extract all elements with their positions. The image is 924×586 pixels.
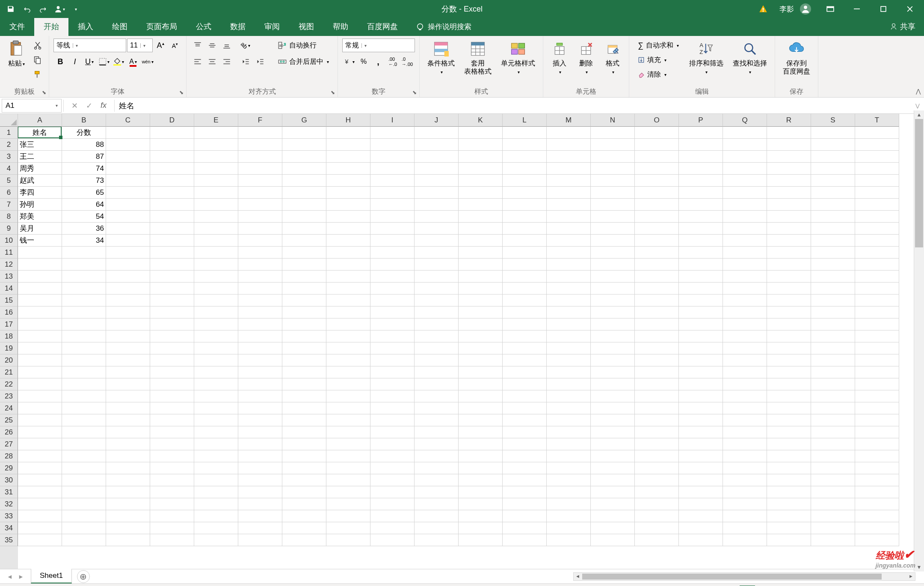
cell-O35[interactable] (635, 534, 679, 546)
cell-N15[interactable] (591, 294, 635, 306)
vertical-scrollbar[interactable]: ▲ ▼ (914, 110, 924, 571)
row-header-11[interactable]: 11 (0, 247, 18, 259)
cell-S4[interactable] (811, 163, 855, 175)
cell-E23[interactable] (194, 390, 238, 402)
sort-filter-button[interactable]: AZ 排序和筛选▾ (686, 39, 727, 77)
cell-T12[interactable] (855, 259, 899, 271)
column-header-K[interactable]: K (459, 114, 503, 127)
cell-J20[interactable] (415, 354, 459, 366)
cell-P9[interactable] (679, 223, 723, 235)
cell-G5[interactable] (282, 175, 326, 187)
cell-C31[interactable] (106, 486, 150, 498)
cell-R29[interactable] (767, 462, 811, 474)
cell-E33[interactable] (194, 510, 238, 522)
cell-G14[interactable] (282, 283, 326, 294)
cell-T17[interactable] (855, 318, 899, 330)
cell-G30[interactable] (282, 474, 326, 486)
cell-D2[interactable] (150, 139, 194, 151)
add-sheet-button[interactable]: ⊕ (77, 570, 90, 583)
cell-T26[interactable] (855, 426, 899, 438)
cell-Q25[interactable] (723, 414, 767, 426)
cell-H18[interactable] (326, 330, 370, 342)
cell-L22[interactable] (503, 378, 547, 390)
column-header-M[interactable]: M (547, 114, 591, 127)
cell-R2[interactable] (767, 139, 811, 151)
cell-F1[interactable] (238, 127, 282, 139)
cell-B25[interactable] (62, 414, 106, 426)
cell-C8[interactable] (106, 211, 150, 223)
cell-L7[interactable] (503, 199, 547, 211)
cell-H29[interactable] (326, 462, 370, 474)
cell-J34[interactable] (415, 522, 459, 534)
cell-I17[interactable] (370, 318, 415, 330)
cell-B21[interactable] (62, 366, 106, 378)
cell-C29[interactable] (106, 462, 150, 474)
cell-N20[interactable] (591, 354, 635, 366)
cell-R1[interactable] (767, 127, 811, 139)
cell-I21[interactable] (370, 366, 415, 378)
cell-C21[interactable] (106, 366, 150, 378)
cell-N1[interactable] (591, 127, 635, 139)
cell-O29[interactable] (635, 462, 679, 474)
cell-I9[interactable] (370, 223, 415, 235)
cell-I1[interactable] (370, 127, 415, 139)
cell-D34[interactable] (150, 522, 194, 534)
cell-G28[interactable] (282, 450, 326, 462)
cell-K1[interactable] (459, 127, 503, 139)
cell-M17[interactable] (547, 318, 591, 330)
cell-O27[interactable] (635, 438, 679, 450)
cell-Q34[interactable] (723, 522, 767, 534)
cell-T2[interactable] (855, 139, 899, 151)
cell-C1[interactable] (106, 127, 150, 139)
save-baidu-button[interactable]: 保存到 百度网盘 (779, 39, 814, 77)
cell-B8[interactable]: 54 (62, 211, 106, 223)
find-select-button[interactable]: 查找和选择▾ (729, 39, 770, 77)
cell-J17[interactable] (415, 318, 459, 330)
cell-R31[interactable] (767, 486, 811, 498)
cell-I25[interactable] (370, 414, 415, 426)
column-header-N[interactable]: N (591, 114, 635, 127)
cell-D1[interactable] (150, 127, 194, 139)
cell-R10[interactable] (767, 235, 811, 247)
increase-decimal-icon[interactable]: .00←.0 (386, 55, 400, 68)
cell-A9[interactable]: 吴月 (18, 223, 62, 235)
cell-C12[interactable] (106, 259, 150, 271)
cell-L29[interactable] (503, 462, 547, 474)
cell-C4[interactable] (106, 163, 150, 175)
cell-H16[interactable] (326, 306, 370, 318)
cell-D32[interactable] (150, 498, 194, 510)
row-header-25[interactable]: 25 (0, 414, 18, 426)
cell-H35[interactable] (326, 534, 370, 546)
cell-A17[interactable] (18, 318, 62, 330)
cell-O25[interactable] (635, 414, 679, 426)
cell-L13[interactable] (503, 271, 547, 283)
cell-L24[interactable] (503, 402, 547, 414)
column-header-C[interactable]: C (106, 114, 150, 127)
cell-E15[interactable] (194, 294, 238, 306)
cell-E29[interactable] (194, 462, 238, 474)
cell-F30[interactable] (238, 474, 282, 486)
cell-T27[interactable] (855, 438, 899, 450)
align-middle-icon[interactable] (205, 39, 219, 52)
cell-G17[interactable] (282, 318, 326, 330)
cell-O10[interactable] (635, 235, 679, 247)
maximize-icon[interactable] (871, 0, 896, 18)
cell-O21[interactable] (635, 366, 679, 378)
cell-K25[interactable] (459, 414, 503, 426)
cell-L27[interactable] (503, 438, 547, 450)
cell-G3[interactable] (282, 151, 326, 163)
cell-A20[interactable] (18, 354, 62, 366)
cell-G15[interactable] (282, 294, 326, 306)
cell-O4[interactable] (635, 163, 679, 175)
cell-J5[interactable] (415, 175, 459, 187)
cell-L20[interactable] (503, 354, 547, 366)
cell-M22[interactable] (547, 378, 591, 390)
cell-E11[interactable] (194, 247, 238, 259)
row-header-22[interactable]: 22 (0, 378, 18, 390)
cell-G24[interactable] (282, 402, 326, 414)
cell-R6[interactable] (767, 187, 811, 199)
cell-N12[interactable] (591, 259, 635, 271)
cell-R14[interactable] (767, 283, 811, 294)
cell-L18[interactable] (503, 330, 547, 342)
tab-draw[interactable]: 绘图 (103, 17, 137, 36)
